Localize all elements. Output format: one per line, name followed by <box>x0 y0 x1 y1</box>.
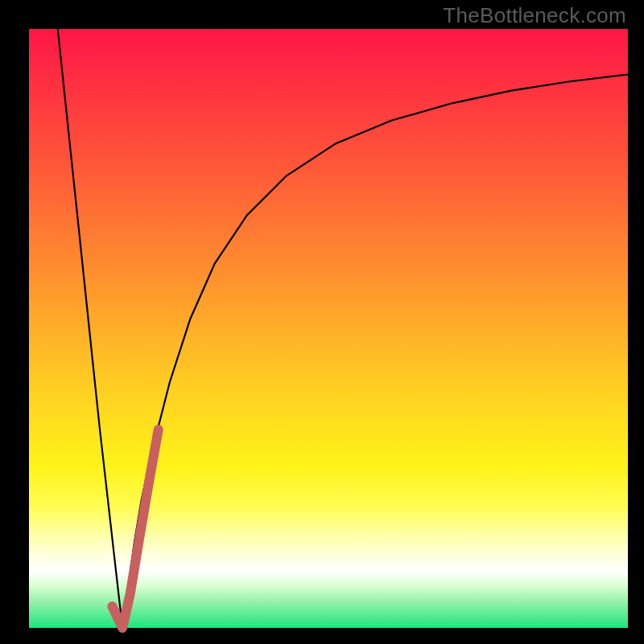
plot-background <box>29 29 628 628</box>
chart-svg <box>0 0 644 644</box>
chart-frame: TheBottleneck.com <box>0 0 644 644</box>
